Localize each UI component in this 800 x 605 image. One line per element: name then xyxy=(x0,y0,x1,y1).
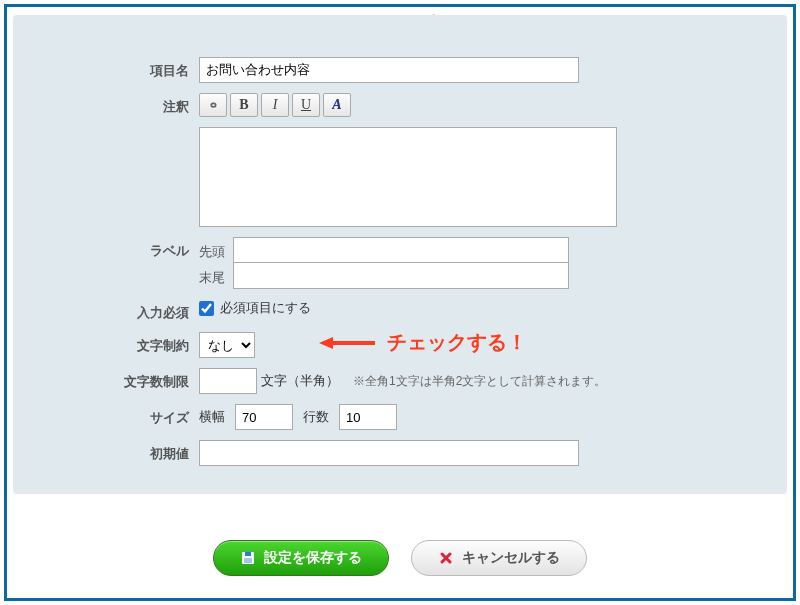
item-name-input[interactable] xyxy=(199,57,579,83)
form-panel: 項目名 注釈 B I U A xyxy=(13,15,787,494)
save-icon xyxy=(240,550,256,566)
size-label: サイズ xyxy=(31,404,199,427)
size-rows-text: 行数 xyxy=(303,408,329,426)
label-head-input[interactable] xyxy=(233,237,569,263)
size-width-text: 横幅 xyxy=(199,408,225,426)
char-rule-select[interactable]: なし xyxy=(199,332,255,358)
char-limit-unit: 文字（半角） xyxy=(261,372,339,390)
dialog-frame: 項目名を変更 項目名 注釈 B I U A xyxy=(4,4,796,601)
label-tail-text: 末尾 xyxy=(199,265,233,287)
font-style-icon[interactable]: A xyxy=(323,93,351,117)
link-icon[interactable] xyxy=(199,93,227,117)
char-limit-input[interactable] xyxy=(199,368,257,394)
footer: 設定を保存する キャンセルする xyxy=(7,540,793,576)
size-rows-input[interactable] xyxy=(339,404,397,430)
italic-icon[interactable]: I xyxy=(261,93,289,117)
save-button-label: 設定を保存する xyxy=(264,549,362,567)
underline-icon[interactable]: U xyxy=(292,93,320,117)
richtext-toolbar: B I U A xyxy=(199,93,351,117)
size-width-input[interactable] xyxy=(235,404,293,430)
label-label: ラベル xyxy=(31,237,199,260)
close-icon xyxy=(438,550,454,566)
default-label: 初期値 xyxy=(31,440,199,463)
svg-rect-2 xyxy=(244,558,252,563)
char-limit-label: 文字数制限 xyxy=(31,368,199,391)
note-textarea[interactable] xyxy=(199,127,617,227)
save-button[interactable]: 設定を保存する xyxy=(213,540,389,576)
default-input[interactable] xyxy=(199,440,579,466)
required-label: 入力必須 xyxy=(31,299,199,322)
note-label: 注釈 xyxy=(31,93,199,116)
item-name-label: 項目名 xyxy=(31,57,199,80)
bold-icon[interactable]: B xyxy=(230,93,258,117)
label-head-text: 先頭 xyxy=(199,239,233,261)
svg-rect-1 xyxy=(245,552,251,556)
char-limit-help: ※全角1文字は半角2文字として計算されます。 xyxy=(353,373,606,390)
required-checkbox[interactable] xyxy=(199,301,214,316)
cancel-button-label: キャンセルする xyxy=(462,549,560,567)
char-rule-label: 文字制約 xyxy=(31,332,199,355)
required-checkbox-text[interactable]: 必須項目にする xyxy=(220,299,311,317)
label-tail-input[interactable] xyxy=(233,263,569,289)
cancel-button[interactable]: キャンセルする xyxy=(411,540,587,576)
